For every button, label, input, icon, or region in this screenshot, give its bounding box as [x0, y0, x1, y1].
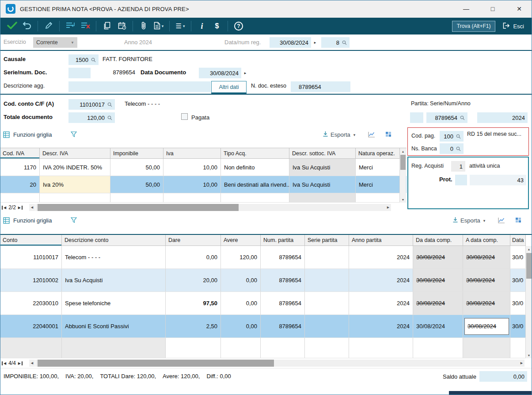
grid-cell[interactable]	[305, 269, 349, 291]
grid-cell[interactable]: 120,00	[221, 246, 261, 268]
grid-cell[interactable]: Merci	[356, 159, 400, 176]
grid-cell[interactable]: 22040001	[0, 315, 62, 337]
grid-cell[interactable]: 10,00	[163, 176, 221, 193]
esporta-button[interactable]: Esporta ▾	[323, 131, 355, 138]
first-page-button[interactable]: ◀	[2, 206, 6, 210]
scroll-left-button[interactable]: ◀	[29, 360, 35, 367]
partita-num-field[interactable]: 8789654	[426, 112, 467, 123]
column-header[interactable]: Anno partita	[349, 235, 413, 245]
close-button[interactable]: ✕	[509, 0, 529, 18]
column-header[interactable]: Natura operaz.	[356, 148, 400, 158]
grid-cell[interactable]: 30/0	[510, 269, 526, 291]
grid-cell[interactable]: 30/08/2024	[463, 292, 510, 314]
grid-cell[interactable]: 30/08/2024	[413, 269, 463, 291]
h-scrollbar[interactable]	[35, 360, 519, 367]
grid-cell[interactable]: Iva Su Acquisti	[289, 176, 356, 193]
scroll-right-button[interactable]: ▶	[519, 360, 524, 367]
last-page-button[interactable]: ▶	[18, 361, 23, 365]
filter-button[interactable]	[71, 131, 77, 139]
partita-serie-field[interactable]	[410, 112, 423, 123]
grid-cell[interactable]: 2,50	[166, 315, 221, 337]
registrations-button[interactable]	[114, 19, 129, 33]
grid-cell[interactable]: Non definito	[221, 159, 289, 176]
help-button[interactable]: ?	[231, 19, 246, 33]
chart-button[interactable]	[498, 217, 505, 225]
grid-cell[interactable]: 20	[0, 176, 40, 193]
grid-cell[interactable]: 22030010	[0, 292, 62, 314]
minimize-button[interactable]: —	[456, 0, 476, 18]
grid-view-button[interactable]	[515, 217, 521, 224]
v-scrollbar-thumb[interactable]	[526, 253, 532, 279]
currency-button[interactable]: $	[209, 19, 224, 33]
maximize-button[interactable]: □	[483, 0, 503, 18]
scroll-left-button[interactable]: ◀	[29, 204, 35, 211]
column-header[interactable]: Avere	[221, 235, 261, 245]
h-scrollbar[interactable]	[35, 204, 385, 211]
grid-cell[interactable]	[305, 292, 349, 314]
data-documento-field[interactable]: 30/08/2024	[199, 68, 241, 78]
grid-cell[interactable]: 30/08/2024	[463, 269, 510, 291]
esercizio-select[interactable]: Corrente ▼	[33, 37, 77, 48]
grid-cell[interactable]: 30/0	[510, 292, 526, 314]
column-header[interactable]: Descrizione conto	[62, 235, 166, 245]
column-header[interactable]: Num. partita	[261, 235, 305, 245]
totale-documento-field[interactable]: 120,00	[68, 112, 115, 123]
search-icon[interactable]	[460, 115, 465, 120]
pagata-checkbox[interactable]	[181, 113, 188, 120]
prot-num-field[interactable]: 43	[470, 175, 526, 185]
causale-code-field[interactable]: 1500	[68, 54, 99, 65]
table-row[interactable]: 12010002 Iva Su Acquisti 20,00 0,00 8789…	[0, 269, 526, 292]
column-header[interactable]: Descr. sottoc. IVA	[289, 148, 356, 158]
chart-button[interactable]	[368, 131, 375, 139]
grid-cell[interactable]: 97,50	[166, 292, 221, 314]
grid-cell[interactable]: IVA 20% INDETR. 50%	[40, 159, 110, 176]
search-icon[interactable]	[456, 146, 461, 151]
first-page-button[interactable]: ◀	[2, 361, 6, 365]
scroll-right-button[interactable]: ▶	[385, 204, 391, 211]
grid-cell[interactable]: 0,00	[221, 315, 261, 337]
grid-cell[interactable]: 30/08/2024	[463, 246, 510, 268]
column-header[interactable]: Da data comp.	[413, 235, 463, 245]
grid-cell[interactable]: 0,00	[221, 292, 261, 314]
scroll-up-button[interactable]: ▲	[400, 148, 406, 154]
search-icon[interactable]	[342, 40, 347, 45]
grid-cell[interactable]: Merci	[356, 176, 400, 193]
grid-cell[interactable]: 50,00	[110, 159, 163, 176]
grid-cell[interactable]: 12010002	[0, 269, 62, 291]
insert-row-button[interactable]	[63, 19, 78, 33]
grid-cell[interactable]: 2024	[349, 292, 413, 314]
data-reg-field[interactable]: 30/08/2024	[270, 37, 311, 48]
grid-cell[interactable]: 11010017	[0, 246, 62, 268]
copy-button[interactable]	[99, 19, 114, 33]
delete-row-button[interactable]	[78, 19, 93, 33]
funzioni-griglia-button[interactable]	[3, 217, 10, 225]
cod-pag-field[interactable]: 100	[440, 131, 464, 142]
h-scrollbar-thumb[interactable]	[38, 360, 274, 367]
grid-cell[interactable]: 0,00	[221, 269, 261, 291]
column-header[interactable]: Data v	[510, 235, 526, 245]
esporta-button[interactable]: Esporta ▾	[452, 217, 485, 224]
cod-conto-field[interactable]: 11010017	[68, 99, 115, 110]
grid-cell[interactable]: 0,00	[166, 246, 221, 268]
grid-cell[interactable]: 2024	[349, 269, 413, 291]
undo-button[interactable]	[19, 19, 34, 33]
serie-doc-field[interactable]	[68, 68, 91, 78]
column-header[interactable]: Imponibile	[110, 148, 163, 158]
partita-anno-field[interactable]: 2024	[477, 112, 528, 123]
num-reg-field[interactable]: 8	[321, 37, 350, 48]
filter-button[interactable]	[71, 217, 77, 225]
search-icon[interactable]	[91, 58, 96, 62]
edit-button[interactable]	[41, 19, 56, 33]
search-icon[interactable]	[107, 115, 112, 120]
grid-view-button[interactable]	[385, 131, 391, 138]
date-spinner-button[interactable]: ▸	[312, 37, 318, 48]
column-header[interactable]: Conto	[0, 235, 62, 245]
conti-v-scrollbar[interactable]: ▲ ▼	[526, 246, 532, 358]
grid-cell[interactable]: 8789654	[261, 246, 305, 268]
grid-cell[interactable]: 30/08/2024	[413, 315, 463, 337]
last-page-button[interactable]: ▶	[18, 206, 23, 210]
iva-v-scrollbar[interactable]: ▲ ▼	[400, 148, 406, 203]
scroll-down-button[interactable]: ▼	[526, 352, 532, 358]
grid-cell[interactable]: 30/08/2024	[413, 292, 463, 314]
grid-cell[interactable]: Spese telefoniche	[62, 292, 166, 314]
